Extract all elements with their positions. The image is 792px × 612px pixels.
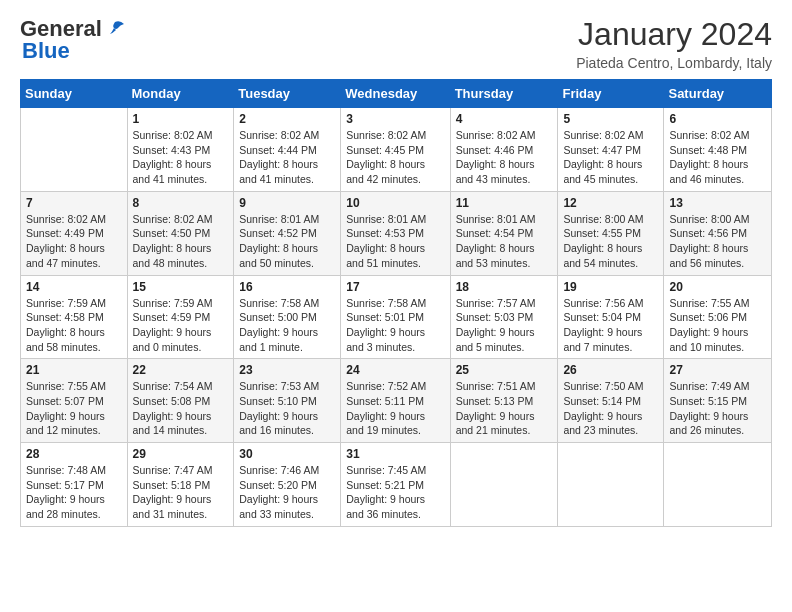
day-number: 17	[346, 280, 444, 294]
table-row: 4Sunrise: 8:02 AMSunset: 4:46 PMDaylight…	[450, 108, 558, 192]
table-row: 19Sunrise: 7:56 AMSunset: 5:04 PMDayligh…	[558, 275, 664, 359]
day-info: Sunrise: 7:56 AMSunset: 5:04 PMDaylight:…	[563, 296, 658, 355]
day-number: 11	[456, 196, 553, 210]
table-row: 3Sunrise: 8:02 AMSunset: 4:45 PMDaylight…	[341, 108, 450, 192]
logo-bird-icon	[104, 20, 126, 38]
calendar-header-row: Sunday Monday Tuesday Wednesday Thursday…	[21, 80, 772, 108]
location-subtitle: Piateda Centro, Lombardy, Italy	[576, 55, 772, 71]
table-row: 16Sunrise: 7:58 AMSunset: 5:00 PMDayligh…	[234, 275, 341, 359]
calendar-week-row: 7Sunrise: 8:02 AMSunset: 4:49 PMDaylight…	[21, 191, 772, 275]
day-number: 30	[239, 447, 335, 461]
table-row	[21, 108, 128, 192]
day-info: Sunrise: 8:02 AMSunset: 4:46 PMDaylight:…	[456, 128, 553, 187]
day-number: 20	[669, 280, 766, 294]
day-info: Sunrise: 8:01 AMSunset: 4:54 PMDaylight:…	[456, 212, 553, 271]
day-info: Sunrise: 7:55 AMSunset: 5:07 PMDaylight:…	[26, 379, 122, 438]
day-number: 10	[346, 196, 444, 210]
day-info: Sunrise: 7:58 AMSunset: 5:01 PMDaylight:…	[346, 296, 444, 355]
day-number: 15	[133, 280, 229, 294]
table-row: 11Sunrise: 8:01 AMSunset: 4:54 PMDayligh…	[450, 191, 558, 275]
day-info: Sunrise: 7:53 AMSunset: 5:10 PMDaylight:…	[239, 379, 335, 438]
day-info: Sunrise: 7:50 AMSunset: 5:14 PMDaylight:…	[563, 379, 658, 438]
day-info: Sunrise: 8:02 AMSunset: 4:47 PMDaylight:…	[563, 128, 658, 187]
day-info: Sunrise: 7:59 AMSunset: 4:58 PMDaylight:…	[26, 296, 122, 355]
month-title: January 2024	[576, 16, 772, 53]
table-row	[450, 443, 558, 527]
day-info: Sunrise: 8:00 AMSunset: 4:56 PMDaylight:…	[669, 212, 766, 271]
header: General Blue January 2024 Piateda Centro…	[20, 16, 772, 71]
day-number: 21	[26, 363, 122, 377]
calendar-week-row: 28Sunrise: 7:48 AMSunset: 5:17 PMDayligh…	[21, 443, 772, 527]
day-number: 28	[26, 447, 122, 461]
day-number: 18	[456, 280, 553, 294]
day-number: 14	[26, 280, 122, 294]
day-number: 13	[669, 196, 766, 210]
table-row: 17Sunrise: 7:58 AMSunset: 5:01 PMDayligh…	[341, 275, 450, 359]
day-info: Sunrise: 8:01 AMSunset: 4:52 PMDaylight:…	[239, 212, 335, 271]
day-info: Sunrise: 8:01 AMSunset: 4:53 PMDaylight:…	[346, 212, 444, 271]
title-block: January 2024 Piateda Centro, Lombardy, I…	[576, 16, 772, 71]
col-thursday: Thursday	[450, 80, 558, 108]
table-row: 25Sunrise: 7:51 AMSunset: 5:13 PMDayligh…	[450, 359, 558, 443]
day-info: Sunrise: 7:45 AMSunset: 5:21 PMDaylight:…	[346, 463, 444, 522]
table-row: 28Sunrise: 7:48 AMSunset: 5:17 PMDayligh…	[21, 443, 128, 527]
table-row: 7Sunrise: 8:02 AMSunset: 4:49 PMDaylight…	[21, 191, 128, 275]
day-info: Sunrise: 7:57 AMSunset: 5:03 PMDaylight:…	[456, 296, 553, 355]
calendar-week-row: 1Sunrise: 8:02 AMSunset: 4:43 PMDaylight…	[21, 108, 772, 192]
day-number: 6	[669, 112, 766, 126]
table-row: 30Sunrise: 7:46 AMSunset: 5:20 PMDayligh…	[234, 443, 341, 527]
day-number: 4	[456, 112, 553, 126]
day-number: 1	[133, 112, 229, 126]
day-number: 24	[346, 363, 444, 377]
day-number: 8	[133, 196, 229, 210]
day-info: Sunrise: 7:52 AMSunset: 5:11 PMDaylight:…	[346, 379, 444, 438]
day-number: 12	[563, 196, 658, 210]
table-row: 18Sunrise: 7:57 AMSunset: 5:03 PMDayligh…	[450, 275, 558, 359]
col-sunday: Sunday	[21, 80, 128, 108]
table-row: 10Sunrise: 8:01 AMSunset: 4:53 PMDayligh…	[341, 191, 450, 275]
day-info: Sunrise: 8:02 AMSunset: 4:44 PMDaylight:…	[239, 128, 335, 187]
day-info: Sunrise: 7:48 AMSunset: 5:17 PMDaylight:…	[26, 463, 122, 522]
page: General Blue January 2024 Piateda Centro…	[0, 0, 792, 612]
day-info: Sunrise: 7:51 AMSunset: 5:13 PMDaylight:…	[456, 379, 553, 438]
table-row: 26Sunrise: 7:50 AMSunset: 5:14 PMDayligh…	[558, 359, 664, 443]
day-number: 16	[239, 280, 335, 294]
table-row: 5Sunrise: 8:02 AMSunset: 4:47 PMDaylight…	[558, 108, 664, 192]
table-row: 9Sunrise: 8:01 AMSunset: 4:52 PMDaylight…	[234, 191, 341, 275]
table-row: 12Sunrise: 8:00 AMSunset: 4:55 PMDayligh…	[558, 191, 664, 275]
table-row: 14Sunrise: 7:59 AMSunset: 4:58 PMDayligh…	[21, 275, 128, 359]
table-row: 6Sunrise: 8:02 AMSunset: 4:48 PMDaylight…	[664, 108, 772, 192]
col-friday: Friday	[558, 80, 664, 108]
day-info: Sunrise: 7:49 AMSunset: 5:15 PMDaylight:…	[669, 379, 766, 438]
table-row: 8Sunrise: 8:02 AMSunset: 4:50 PMDaylight…	[127, 191, 234, 275]
table-row: 2Sunrise: 8:02 AMSunset: 4:44 PMDaylight…	[234, 108, 341, 192]
calendar-week-row: 21Sunrise: 7:55 AMSunset: 5:07 PMDayligh…	[21, 359, 772, 443]
day-info: Sunrise: 7:46 AMSunset: 5:20 PMDaylight:…	[239, 463, 335, 522]
table-row	[664, 443, 772, 527]
day-number: 2	[239, 112, 335, 126]
table-row	[558, 443, 664, 527]
table-row: 24Sunrise: 7:52 AMSunset: 5:11 PMDayligh…	[341, 359, 450, 443]
table-row: 29Sunrise: 7:47 AMSunset: 5:18 PMDayligh…	[127, 443, 234, 527]
day-number: 22	[133, 363, 229, 377]
day-info: Sunrise: 7:54 AMSunset: 5:08 PMDaylight:…	[133, 379, 229, 438]
day-number: 5	[563, 112, 658, 126]
table-row: 22Sunrise: 7:54 AMSunset: 5:08 PMDayligh…	[127, 359, 234, 443]
day-info: Sunrise: 8:02 AMSunset: 4:50 PMDaylight:…	[133, 212, 229, 271]
day-number: 23	[239, 363, 335, 377]
day-number: 3	[346, 112, 444, 126]
day-info: Sunrise: 8:02 AMSunset: 4:45 PMDaylight:…	[346, 128, 444, 187]
logo-blue: Blue	[22, 38, 70, 64]
calendar-week-row: 14Sunrise: 7:59 AMSunset: 4:58 PMDayligh…	[21, 275, 772, 359]
day-info: Sunrise: 8:00 AMSunset: 4:55 PMDaylight:…	[563, 212, 658, 271]
day-info: Sunrise: 8:02 AMSunset: 4:49 PMDaylight:…	[26, 212, 122, 271]
col-tuesday: Tuesday	[234, 80, 341, 108]
day-info: Sunrise: 8:02 AMSunset: 4:48 PMDaylight:…	[669, 128, 766, 187]
day-info: Sunrise: 7:59 AMSunset: 4:59 PMDaylight:…	[133, 296, 229, 355]
col-wednesday: Wednesday	[341, 80, 450, 108]
day-info: Sunrise: 8:02 AMSunset: 4:43 PMDaylight:…	[133, 128, 229, 187]
day-number: 31	[346, 447, 444, 461]
table-row: 27Sunrise: 7:49 AMSunset: 5:15 PMDayligh…	[664, 359, 772, 443]
table-row: 21Sunrise: 7:55 AMSunset: 5:07 PMDayligh…	[21, 359, 128, 443]
table-row: 20Sunrise: 7:55 AMSunset: 5:06 PMDayligh…	[664, 275, 772, 359]
